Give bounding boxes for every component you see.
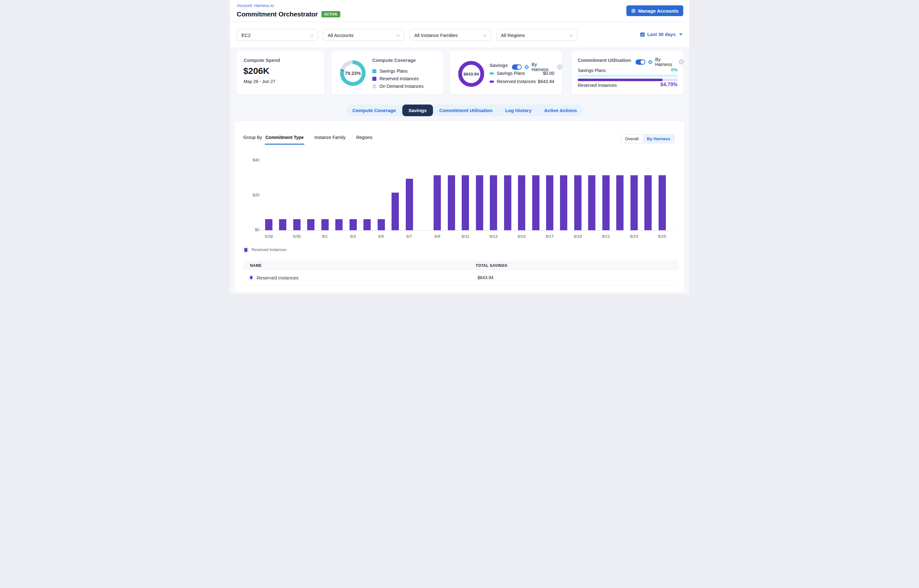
- legend-swatch: [372, 77, 376, 81]
- chevron-down-icon: [483, 33, 486, 36]
- commitment-orchestrator-page: Account: Harness.io Commitment Orchestra…: [230, 0, 689, 294]
- chart-bar-6-19: [574, 175, 582, 230]
- util-sp-value: 0%: [671, 67, 677, 72]
- chart-bar-6-20: [588, 175, 595, 230]
- x-axis-tick: 6/25: [652, 234, 672, 239]
- y-axis-tick: $40: [240, 158, 259, 162]
- accounts-dropdown[interactable]: All Accounts: [323, 29, 404, 41]
- status-badge: ACTIVE: [321, 11, 340, 17]
- harness-logo-icon: [648, 60, 653, 65]
- util-sp-bar: [578, 74, 678, 77]
- util-ri-bar: [578, 79, 678, 81]
- tab-savings[interactable]: Savings: [402, 105, 433, 116]
- x-axis-tick: 6/13: [483, 234, 504, 239]
- x-axis-tick: 6/1: [315, 234, 335, 239]
- x-axis-tick: 6/3: [343, 234, 363, 239]
- chart-bar-5-31: [307, 219, 314, 230]
- x-axis-tick: 6/5: [371, 234, 391, 239]
- commitment-utilisation-card: Commitment Utilisation By Harness Saving…: [571, 50, 684, 95]
- x-axis-tick: 6/15: [512, 234, 532, 239]
- column-total-savings: TOTAL SAVINGS: [476, 263, 507, 268]
- savings-panel: Group By Commitment TypeInstance FamilyR…: [235, 121, 684, 292]
- chart-bar-6-2: [335, 219, 342, 230]
- table-header: NAME TOTAL SAVINGS: [243, 260, 678, 270]
- savings-card: $643.94 Savings By Harness Savings Plans…: [449, 50, 562, 95]
- filter-bar: EC2 All Accounts All Instance Families A…: [230, 22, 689, 48]
- date-range-picker[interactable]: Last 30 days: [640, 32, 682, 37]
- by-harness-toggle[interactable]: [512, 65, 522, 70]
- compute-spend-value: $206K: [243, 66, 269, 76]
- harness-logo-icon: [524, 65, 529, 69]
- savings-total: $643.94: [464, 72, 479, 76]
- page-header: Account: Harness.io Commitment Orchestra…: [230, 0, 689, 22]
- savings-row-value: $643.94: [538, 79, 554, 84]
- manage-accounts-button[interactable]: Manage Accounts: [626, 5, 683, 16]
- tab-commitment-utilisation[interactable]: Commitment Utilisation: [433, 105, 499, 116]
- chart-bar-6-6: [392, 193, 399, 230]
- page-title: Commitment Orchestrator: [237, 10, 318, 18]
- chevron-down-icon: [396, 33, 400, 36]
- x-axis-tick: 5/28: [259, 234, 279, 239]
- tab-active-actions[interactable]: Active Actions: [538, 105, 583, 116]
- tab-log-history[interactable]: Log History: [499, 105, 538, 116]
- chart-bar-6-3: [350, 219, 357, 230]
- chart-bar-5-30: [293, 219, 301, 230]
- by-harness-label: By Harness: [655, 57, 677, 67]
- coverage-percent: 79.23%: [340, 60, 366, 86]
- info-icon[interactable]: [679, 60, 684, 64]
- legend-swatch: [372, 84, 376, 89]
- color-chip: [249, 275, 254, 280]
- legend-label: Savings Plans: [379, 68, 408, 74]
- chevron-down-icon: [569, 33, 573, 36]
- info-icon[interactable]: [558, 65, 562, 69]
- legend-swatch: [372, 69, 376, 73]
- service-dropdown[interactable]: EC2: [237, 29, 318, 41]
- chart-bar-6-5: [378, 219, 385, 230]
- instance-families-dropdown[interactable]: All Instance Families: [410, 29, 491, 41]
- gear-icon: [631, 8, 636, 13]
- savings-row: Savings Plans$0.00: [489, 71, 554, 76]
- util-sp-label: Savings Plans: [578, 68, 606, 73]
- chart-bar-5-29: [279, 219, 286, 230]
- coverage-legend-item: On Demand Instances: [372, 84, 423, 89]
- regions-dropdown[interactable]: All Regions: [496, 29, 577, 41]
- coverage-legend-item: Reserved Instances: [372, 76, 423, 81]
- section-tabs: Compute CoverageSavingsCommitment Utilis…: [346, 105, 583, 116]
- row-total-savings: $643.94: [478, 275, 494, 280]
- legend-swatch: [489, 81, 494, 83]
- x-axis-tick: 6/9: [427, 234, 447, 239]
- chart-bar-6-12: [476, 175, 483, 230]
- chart-bar-5-28: [265, 219, 272, 230]
- card-title: Savings: [489, 63, 508, 68]
- account-breadcrumb-link[interactable]: Account: Harness.io: [237, 3, 274, 8]
- compute-spend-card: Compute Spend $206K May 28 - Jun 27: [236, 50, 324, 95]
- legend-label: Reserved Instances: [379, 76, 419, 81]
- chevron-down-icon: [310, 33, 313, 36]
- savings-breakdown: Savings Plans$0.00Reserved Instances$643…: [489, 71, 554, 87]
- util-ri-value: 84.79%: [660, 82, 677, 87]
- by-harness-toggle[interactable]: [635, 59, 645, 65]
- legend-checkbox: [243, 247, 249, 253]
- savings-donut-chart: $643.94: [458, 61, 484, 87]
- card-title: Compute Coverage: [372, 58, 416, 63]
- calendar-icon: [640, 32, 645, 37]
- column-name: NAME: [250, 263, 262, 268]
- compute-spend-period: May 28 - Jun 27: [244, 79, 275, 84]
- chart-bar-6-11: [462, 175, 469, 230]
- card-title: Compute Spend: [244, 58, 280, 63]
- coverage-donut-chart: 79.23%: [340, 60, 366, 86]
- chart-legend-reserved-instances[interactable]: Reserved Instances: [243, 247, 286, 253]
- chart-bar-6-4: [363, 219, 371, 230]
- x-axis-tick: 6/17: [540, 234, 560, 239]
- chart-bar-6-22: [616, 175, 624, 230]
- row-name: Reserved Instances: [257, 275, 299, 280]
- legend-label: On Demand Instances: [379, 84, 423, 89]
- x-axis-tick: 6/11: [455, 234, 476, 239]
- tab-compute-coverage[interactable]: Compute Coverage: [346, 105, 402, 116]
- y-axis-tick: $20: [240, 193, 259, 197]
- chart-bar-6-25: [659, 175, 666, 230]
- table-row: Reserved Instances $643.94: [243, 270, 678, 285]
- savings-row: Reserved Instances$643.94: [489, 79, 554, 84]
- coverage-legend: Savings PlansReserved InstancesOn Demand…: [372, 68, 423, 91]
- chart-bar-6-10: [448, 175, 455, 230]
